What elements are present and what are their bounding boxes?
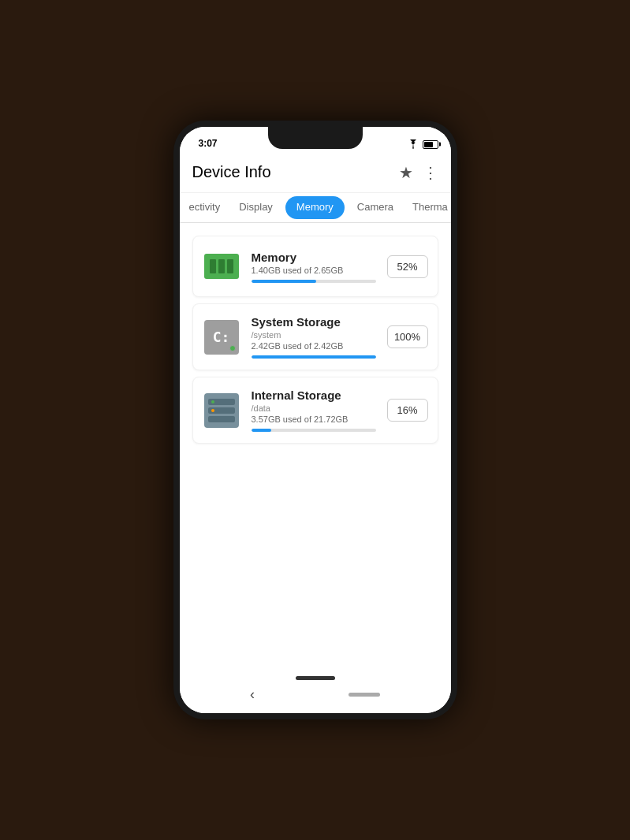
tab-thermal[interactable]: Therma bbox=[403, 193, 450, 222]
star-icon[interactable]: ★ bbox=[399, 163, 413, 182]
memory-percent: 52% bbox=[387, 255, 428, 278]
nav-bar: ‹ bbox=[180, 686, 451, 703]
hdd-disk-1 bbox=[208, 399, 235, 405]
battery-icon bbox=[423, 140, 438, 149]
hdd-dot-orange bbox=[211, 409, 214, 412]
home-area: ‹ bbox=[180, 666, 451, 713]
memory-progress-bar bbox=[252, 280, 376, 283]
phone-device: 3:07 Device Info ★ ⋮ bbox=[173, 121, 457, 719]
internal-detail: 3.57GB used of 21.72GB bbox=[252, 414, 376, 424]
app-header: Device Info ★ ⋮ bbox=[180, 152, 451, 193]
internal-percent: 16% bbox=[387, 399, 428, 422]
system-drive-icon: C: bbox=[204, 320, 239, 355]
back-button[interactable]: ‹ bbox=[250, 686, 255, 703]
tab-memory[interactable]: Memory bbox=[285, 196, 345, 219]
system-progress-bar bbox=[252, 355, 376, 359]
system-icon-dot bbox=[229, 345, 236, 351]
notch bbox=[268, 127, 363, 149]
home-pill bbox=[296, 676, 335, 680]
hdd-disk-2 bbox=[208, 407, 235, 414]
memory-info: Memory 1.40GB used of 2.65GB bbox=[252, 251, 376, 283]
app-title: Device Info bbox=[192, 163, 271, 181]
internal-progress-bar bbox=[252, 429, 376, 432]
internal-icon-container bbox=[203, 392, 240, 429]
system-icon-container: C: bbox=[203, 318, 240, 356]
memory-card: Memory 1.40GB used of 2.65GB 52% bbox=[192, 236, 438, 297]
tab-connectivity[interactable]: ectivity bbox=[180, 193, 230, 222]
memory-title: Memory bbox=[252, 251, 376, 264]
hdd-icon bbox=[204, 393, 239, 428]
internal-title: Internal Storage bbox=[252, 388, 376, 402]
internal-subtitle: /data bbox=[252, 403, 376, 413]
system-progress-fill bbox=[252, 355, 376, 359]
hdd-dot-green bbox=[211, 400, 214, 403]
content-area: Memory 1.40GB used of 2.65GB 52% C: bbox=[180, 223, 451, 666]
phone-screen: 3:07 Device Info ★ ⋮ bbox=[180, 127, 451, 713]
status-time: 3:07 bbox=[192, 138, 218, 149]
internal-info: Internal Storage /data 3.57GB used of 21… bbox=[252, 388, 376, 432]
internal-storage-card: Internal Storage /data 3.57GB used of 21… bbox=[192, 377, 438, 444]
internal-progress-fill bbox=[252, 429, 271, 432]
memory-detail: 1.40GB used of 2.65GB bbox=[252, 266, 376, 275]
system-info: System Storage /system 2.42GB used of 2.… bbox=[252, 315, 376, 359]
header-icons: ★ ⋮ bbox=[399, 163, 438, 182]
ram-chip-3 bbox=[227, 259, 233, 273]
svg-point-0 bbox=[412, 147, 414, 149]
system-subtitle: /system bbox=[252, 330, 376, 340]
wifi-icon bbox=[407, 139, 419, 149]
system-percent: 100% bbox=[387, 325, 428, 348]
tab-camera[interactable]: Camera bbox=[348, 193, 403, 222]
menu-icon[interactable]: ⋮ bbox=[423, 163, 438, 182]
system-storage-card: C: System Storage /system 2.42GB used of… bbox=[192, 303, 438, 370]
system-detail: 2.42GB used of 2.42GB bbox=[252, 341, 376, 351]
tab-display[interactable]: Display bbox=[229, 193, 282, 222]
system-title: System Storage bbox=[252, 315, 376, 329]
memory-icon-container bbox=[203, 247, 240, 285]
tab-bar: ectivity Display Memory Camera Therma bbox=[180, 193, 451, 223]
memory-progress-fill bbox=[252, 280, 316, 283]
home-button[interactable] bbox=[349, 693, 380, 697]
status-icons bbox=[407, 139, 438, 149]
ram-chip-2 bbox=[218, 259, 225, 273]
hdd-disk-3 bbox=[208, 416, 235, 422]
ram-icon bbox=[204, 254, 239, 279]
ram-chip-1 bbox=[210, 259, 216, 273]
